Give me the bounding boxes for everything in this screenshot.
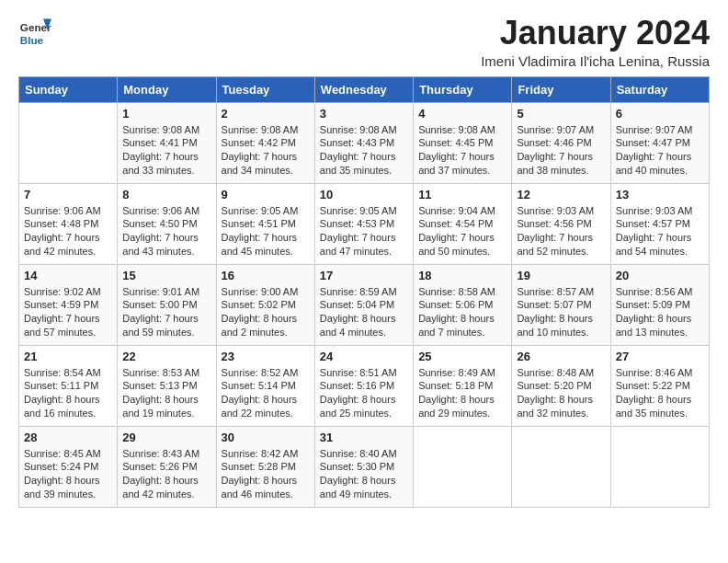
week-row-2: 7 Sunrise: 9:06 AMSunset: 4:48 PMDayligh… [19,183,710,264]
day-info: Sunrise: 9:08 AMSunset: 4:41 PMDaylight:… [122,124,199,177]
day-info: Sunrise: 8:54 AMSunset: 5:11 PMDaylight:… [24,367,101,419]
day-cell: 22 Sunrise: 8:53 AMSunset: 5:13 PMDaylig… [118,345,216,426]
day-cell: 24 Sunrise: 8:51 AMSunset: 5:16 PMDaylig… [314,345,413,426]
day-info: Sunrise: 9:06 AMSunset: 4:50 PMDaylight:… [122,205,199,258]
weekday-header-row: SundayMondayTuesdayWednesdayThursdayFrid… [19,76,710,102]
day-info: Sunrise: 8:59 AMSunset: 5:04 PMDaylight:… [320,286,397,339]
day-number: 27 [616,350,704,363]
day-cell: 25 Sunrise: 8:49 AMSunset: 5:18 PMDaylig… [414,345,512,426]
day-number: 22 [122,350,210,363]
day-number: 13 [616,188,704,201]
week-row-3: 14 Sunrise: 9:02 AMSunset: 4:59 PMDaylig… [19,264,710,345]
day-cell: 20 Sunrise: 8:56 AMSunset: 5:09 PMDaylig… [610,264,709,345]
day-cell: 31 Sunrise: 8:40 AMSunset: 5:30 PMDaylig… [314,426,413,507]
day-number: 10 [320,188,408,201]
day-info: Sunrise: 9:06 AMSunset: 4:48 PMDaylight:… [24,205,101,258]
day-cell: 8 Sunrise: 9:06 AMSunset: 4:50 PMDayligh… [118,183,216,264]
day-info: Sunrise: 9:08 AMSunset: 4:42 PMDaylight:… [222,124,299,177]
day-info: Sunrise: 8:45 AMSunset: 5:24 PMDaylight:… [24,448,101,500]
day-cell: 19 Sunrise: 8:57 AMSunset: 5:07 PMDaylig… [512,264,610,345]
day-cell [512,426,610,507]
day-number: 18 [418,269,506,282]
calendar-subtitle: Imeni Vladimira Il'icha Lenina, Russia [481,53,710,69]
day-info: Sunrise: 9:05 AMSunset: 4:53 PMDaylight:… [320,205,397,258]
day-info: Sunrise: 9:07 AMSunset: 4:46 PMDaylight:… [517,124,594,177]
calendar-title: January 2024 [481,15,710,52]
day-info: Sunrise: 9:03 AMSunset: 4:56 PMDaylight:… [517,205,594,258]
day-info: Sunrise: 8:42 AMSunset: 5:28 PMDaylight:… [222,448,299,500]
day-cell: 28 Sunrise: 8:45 AMSunset: 5:24 PMDaylig… [19,426,118,507]
day-cell: 2 Sunrise: 9:08 AMSunset: 4:42 PMDayligh… [216,102,314,183]
day-cell: 4 Sunrise: 9:08 AMSunset: 4:45 PMDayligh… [414,102,512,183]
day-number: 14 [24,269,112,282]
day-cell: 14 Sunrise: 9:02 AMSunset: 4:59 PMDaylig… [19,264,118,345]
day-number: 9 [222,188,310,201]
day-number: 30 [222,431,310,444]
day-cell: 3 Sunrise: 9:08 AMSunset: 4:43 PMDayligh… [314,102,413,183]
weekday-header-thursday: Thursday [414,76,512,102]
weekday-header-tuesday: Tuesday [216,76,314,102]
day-number: 17 [320,269,408,282]
calendar-table: SundayMondayTuesdayWednesdayThursdayFrid… [18,76,710,508]
day-number: 24 [320,350,408,363]
day-cell: 18 Sunrise: 8:58 AMSunset: 5:06 PMDaylig… [414,264,512,345]
weekday-header-wednesday: Wednesday [314,76,413,102]
day-number: 20 [616,269,704,282]
day-number: 21 [24,350,112,363]
week-row-4: 21 Sunrise: 8:54 AMSunset: 5:11 PMDaylig… [19,345,710,426]
day-cell: 16 Sunrise: 9:00 AMSunset: 5:02 PMDaylig… [216,264,314,345]
svg-text:Blue: Blue [20,34,44,46]
day-info: Sunrise: 8:56 AMSunset: 5:09 PMDaylight:… [616,286,693,339]
day-number: 3 [320,107,408,121]
weekday-header-monday: Monday [118,76,216,102]
week-row-5: 28 Sunrise: 8:45 AMSunset: 5:24 PMDaylig… [19,426,710,507]
day-cell: 17 Sunrise: 8:59 AMSunset: 5:04 PMDaylig… [314,264,413,345]
day-info: Sunrise: 8:57 AMSunset: 5:07 PMDaylight:… [517,286,594,339]
day-number: 7 [24,188,112,201]
day-info: Sunrise: 9:08 AMSunset: 4:43 PMDaylight:… [320,124,397,177]
title-block: January 2024 Imeni Vladimira Il'icha Len… [481,15,710,69]
day-cell: 13 Sunrise: 9:03 AMSunset: 4:57 PMDaylig… [610,183,709,264]
day-info: Sunrise: 9:04 AMSunset: 4:54 PMDaylight:… [418,205,495,258]
day-info: Sunrise: 8:58 AMSunset: 5:06 PMDaylight:… [418,286,495,339]
day-info: Sunrise: 9:05 AMSunset: 4:51 PMDaylight:… [222,205,299,258]
day-info: Sunrise: 9:02 AMSunset: 4:59 PMDaylight:… [24,286,101,339]
day-cell [19,102,118,183]
day-cell: 7 Sunrise: 9:06 AMSunset: 4:48 PMDayligh… [19,183,118,264]
day-number: 5 [517,107,605,121]
day-info: Sunrise: 9:07 AMSunset: 4:47 PMDaylight:… [616,124,693,177]
day-cell [610,426,709,507]
day-cell: 6 Sunrise: 9:07 AMSunset: 4:47 PMDayligh… [610,102,709,183]
day-number: 11 [418,188,506,201]
weekday-header-saturday: Saturday [610,76,709,102]
day-info: Sunrise: 8:52 AMSunset: 5:14 PMDaylight:… [222,367,299,419]
day-cell: 9 Sunrise: 9:05 AMSunset: 4:51 PMDayligh… [216,183,314,264]
day-cell: 26 Sunrise: 8:48 AMSunset: 5:20 PMDaylig… [512,345,610,426]
day-number: 2 [222,107,310,121]
day-cell: 1 Sunrise: 9:08 AMSunset: 4:41 PMDayligh… [118,102,216,183]
day-cell: 12 Sunrise: 9:03 AMSunset: 4:56 PMDaylig… [512,183,610,264]
day-cell: 21 Sunrise: 8:54 AMSunset: 5:11 PMDaylig… [19,345,118,426]
day-cell: 23 Sunrise: 8:52 AMSunset: 5:14 PMDaylig… [216,345,314,426]
day-cell [414,426,512,507]
day-number: 31 [320,431,408,444]
day-number: 15 [122,269,210,282]
day-number: 28 [24,431,112,444]
day-info: Sunrise: 9:08 AMSunset: 4:45 PMDaylight:… [418,124,495,177]
day-number: 25 [418,350,506,363]
day-cell: 10 Sunrise: 9:05 AMSunset: 4:53 PMDaylig… [314,183,413,264]
day-number: 1 [122,107,210,121]
day-info: Sunrise: 9:00 AMSunset: 5:02 PMDaylight:… [222,286,299,339]
day-cell: 30 Sunrise: 8:42 AMSunset: 5:28 PMDaylig… [216,426,314,507]
header: General Blue January 2024 Imeni Vladimir… [18,15,710,69]
day-info: Sunrise: 8:48 AMSunset: 5:20 PMDaylight:… [517,367,594,419]
logo: General Blue [18,15,51,48]
day-info: Sunrise: 8:49 AMSunset: 5:18 PMDaylight:… [418,367,495,419]
day-number: 8 [122,188,210,201]
day-info: Sunrise: 8:51 AMSunset: 5:16 PMDaylight:… [320,367,397,419]
day-info: Sunrise: 9:01 AMSunset: 5:00 PMDaylight:… [122,286,199,339]
day-cell: 5 Sunrise: 9:07 AMSunset: 4:46 PMDayligh… [512,102,610,183]
day-number: 6 [616,107,704,121]
day-info: Sunrise: 9:03 AMSunset: 4:57 PMDaylight:… [616,205,693,258]
day-number: 4 [418,107,506,121]
